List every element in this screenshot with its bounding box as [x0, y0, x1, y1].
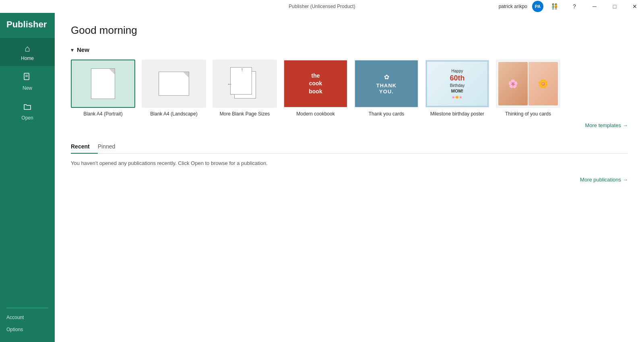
more-templates-link-area: More templates → — [71, 122, 628, 129]
more-sizes-icon: ↑ ← — [229, 66, 261, 102]
help-button[interactable]: ? — [565, 0, 584, 13]
blank-landscape-icon — [159, 72, 189, 96]
template-label-cookbook: Modern cookbook — [296, 111, 334, 117]
template-label-blank-landscape: Blank A4 (Landscape) — [150, 111, 197, 117]
template-thumb-thinking: 🌸 🌼 — [496, 60, 560, 108]
close-button[interactable]: ✕ — [625, 0, 644, 13]
template-thinking[interactable]: 🌸 🌼 Thinking of you cards — [496, 60, 560, 117]
new-section-header[interactable]: ▾ New — [71, 46, 628, 53]
tab-recent[interactable]: Recent — [71, 140, 98, 154]
template-cookbook[interactable]: thecookbook Modern cookbook — [283, 60, 348, 117]
sidebar: Publisher ⌂ Home New — [0, 13, 55, 342]
product-title: Publisher (Unlicensed Product) — [289, 4, 355, 9]
app-logo: Publisher — [0, 13, 55, 38]
sidebar-nav: ⌂ Home New Open — [0, 38, 55, 305]
thankyou-image: ✿ THANKYOU. — [355, 60, 418, 107]
main-content: Good morning ▾ New Blank A4 (Portrait) B… — [55, 13, 644, 342]
cookbook-image: thecookbook — [284, 60, 347, 107]
username-label: patrick arikpo — [495, 4, 530, 9]
sidebar-item-open-label: Open — [21, 115, 33, 121]
template-blank-portrait[interactable]: Blank A4 (Portrait) — [71, 60, 135, 117]
template-thumb-blank-portrait — [71, 60, 135, 108]
sidebar-item-new-label: New — [23, 85, 32, 91]
template-birthday[interactable]: Happy 60th Birthday MOM! 🌸🌼🌸 Milestone b… — [425, 60, 489, 117]
templates-grid: Blank A4 (Portrait) Blank A4 (Landscape)… — [71, 60, 628, 117]
template-label-blank-portrait: Blank A4 (Portrait) — [83, 111, 122, 117]
new-section-title: New — [77, 46, 89, 53]
template-blank-landscape[interactable]: Blank A4 (Landscape) — [142, 60, 206, 117]
template-thumb-birthday: Happy 60th Birthday MOM! 🌸🌼🌸 — [425, 60, 489, 108]
share-button[interactable]: 🧑‍🤝‍🧑 — [545, 0, 564, 13]
template-label-more-sizes: More Blank Page Sizes — [220, 111, 270, 117]
sidebar-item-account[interactable]: Account — [0, 311, 55, 323]
template-thumb-blank-landscape — [142, 60, 206, 108]
title-bar: Publisher (Unlicensed Product) patrick a… — [0, 0, 644, 13]
template-thankyou[interactable]: ✿ THANKYOU. Thank you cards — [354, 60, 419, 117]
more-publications-link[interactable]: More publications → — [580, 177, 628, 183]
tabs-row: Recent Pinned — [71, 140, 628, 154]
template-label-thankyou: Thank you cards — [369, 111, 405, 117]
sidebar-item-options[interactable]: Options — [0, 323, 55, 336]
template-label-birthday: Milestone birthday poster — [430, 111, 484, 117]
more-publications-link-area: More publications → — [71, 176, 628, 183]
home-icon: ⌂ — [25, 44, 30, 53]
sidebar-bottom: Account Options — [0, 305, 55, 342]
empty-recent-message: You haven't opened any publications rece… — [71, 160, 628, 166]
sidebar-item-new[interactable]: New — [0, 66, 55, 96]
template-thumb-cookbook: thecookbook — [283, 60, 348, 108]
more-templates-link[interactable]: More templates → — [585, 122, 628, 128]
birthday-image: Happy 60th Birthday MOM! 🌸🌼🌸 — [426, 60, 489, 107]
user-avatar-area[interactable]: patrick arikpo PA — [495, 1, 543, 12]
sidebar-item-home[interactable]: ⌂ Home — [0, 38, 55, 66]
thinking-image: 🌸 🌼 — [497, 60, 559, 107]
restore-button[interactable]: □ — [605, 0, 624, 13]
tab-pinned[interactable]: Pinned — [98, 140, 124, 154]
sidebar-divider — [6, 308, 48, 308]
open-icon — [23, 102, 32, 113]
avatar[interactable]: PA — [532, 1, 543, 12]
app-container: Publisher ⌂ Home New — [0, 13, 644, 342]
sidebar-item-open[interactable]: Open — [0, 96, 55, 126]
sidebar-item-home-label: Home — [21, 56, 34, 61]
template-thumb-thankyou: ✿ THANKYOU. — [354, 60, 419, 108]
template-more-sizes[interactable]: ↑ ← More Blank Page Sizes — [213, 60, 277, 117]
greeting-text: Good morning — [71, 24, 628, 37]
blank-portrait-icon — [91, 68, 115, 99]
template-label-thinking: Thinking of you cards — [505, 111, 551, 117]
new-icon — [23, 72, 32, 83]
minimize-button[interactable]: ─ — [585, 0, 604, 13]
chevron-down-icon: ▾ — [71, 47, 74, 53]
template-thumb-more-sizes: ↑ ← — [213, 60, 277, 108]
